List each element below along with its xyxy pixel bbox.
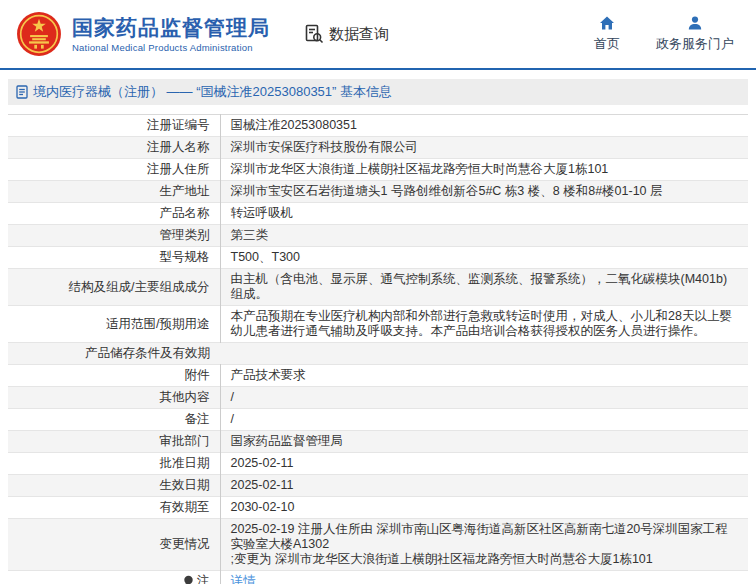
row-label: 有效期至 xyxy=(8,497,220,519)
row-label: 生效日期 xyxy=(8,475,220,497)
row-value: 详情 xyxy=(220,571,748,584)
row-label: 附件 xyxy=(8,365,220,387)
row-value: / xyxy=(220,409,748,431)
nav-portal[interactable]: 政务服务门户 xyxy=(656,15,734,53)
table-row: 有效期至 2030-02-10 xyxy=(8,497,748,519)
nav-data-query[interactable]: 数据查询 xyxy=(304,24,389,44)
data-query-icon xyxy=(304,24,324,44)
row-value: 2025-02-11 xyxy=(220,475,748,497)
row-label: 注 xyxy=(8,571,220,584)
national-emblem-icon xyxy=(16,11,62,57)
table-row: 适用范围/预期用途 本产品预期在专业医疗机构内部和外部进行急救或转运时使用，对成… xyxy=(8,306,748,343)
row-label: 注册证编号 xyxy=(8,115,220,137)
header-nav: 首页 政务服务门户 xyxy=(594,15,742,53)
row-label: 审批部门 xyxy=(8,431,220,453)
table-row: 结构及组成/主要组成成分 由主机（含电池、显示屏、通气控制系统、监测系统、报警系… xyxy=(8,269,748,306)
row-label: 批准日期 xyxy=(8,453,220,475)
row-label: 产品储存条件及有效期 xyxy=(8,343,220,365)
breadcrumb-label: 境内医疗器械（注册） —— “国械注准20253080351” 基本信息 xyxy=(33,83,392,101)
row-value: 转运呼吸机 xyxy=(220,203,748,225)
nav-home[interactable]: 首页 xyxy=(594,15,620,53)
main-content: 境内医疗器械（注册） —— “国械注准20253080351” 基本信息 注册证… xyxy=(8,79,748,584)
row-value: 2030-02-10 xyxy=(220,497,748,519)
site-subtitle: National Medical Products Administration xyxy=(72,42,270,53)
table-row: 管理类别 第三类 xyxy=(8,225,748,247)
row-value: 深圳市龙华区大浪街道上横朗社区福龙路旁恒大时尚慧谷大厦1栋101 xyxy=(220,159,748,181)
table-row: 变更情况 2025-02-19 注册人住所由 深圳市南山区粤海街道高新区社区高新… xyxy=(8,519,748,571)
row-label: 其他内容 xyxy=(8,387,220,409)
table-row: 注册人名称 深圳市安保医疗科技股份有限公司 xyxy=(8,137,748,159)
logo-text: 国家药品监督管理局 National Medical Products Admi… xyxy=(72,16,270,53)
table-row: 附件 产品技术要求 xyxy=(8,365,748,387)
row-label: 注册人名称 xyxy=(8,137,220,159)
row-label: 注册人住所 xyxy=(8,159,220,181)
row-label: 生产地址 xyxy=(8,181,220,203)
row-label: 型号规格 xyxy=(8,247,220,269)
detail-table-body: 注册证编号 国械注准20253080351 注册人名称 深圳市安保医疗科技股份有… xyxy=(8,115,748,584)
breadcrumb: 境内医疗器械（注册） —— “国械注准20253080351” 基本信息 xyxy=(8,79,748,105)
row-label: 结构及组成/主要组成成分 xyxy=(8,269,220,306)
row-value: 深圳市宝安区石岩街道塘头1 号路创维创新谷5#C 栋3 楼、8 楼和8#楼01-… xyxy=(220,181,748,203)
home-icon xyxy=(599,15,615,31)
row-value: 2025-02-19 注册人住所由 深圳市南山区粤海街道高新区社区高新南七道20… xyxy=(220,519,748,571)
device-detail-table: 注册证编号 国械注准20253080351 注册人名称 深圳市安保医疗科技股份有… xyxy=(8,114,748,584)
table-row: 其他内容 / xyxy=(8,387,748,409)
table-row: 备注 / xyxy=(8,409,748,431)
table-row: 审批部门 国家药品监督管理局 xyxy=(8,431,748,453)
table-row: 批准日期 2025-02-11 xyxy=(8,453,748,475)
row-label: 备注 xyxy=(8,409,220,431)
row-value: 产品技术要求 xyxy=(220,365,748,387)
site-title: 国家药品监督管理局 xyxy=(72,16,270,40)
header: 国家药品监督管理局 National Medical Products Admi… xyxy=(0,0,756,68)
table-row: 型号规格 T500、T300 xyxy=(8,247,748,269)
nav-portal-label: 政务服务门户 xyxy=(656,35,734,53)
row-value: 国家药品监督管理局 xyxy=(220,431,748,453)
header-divider xyxy=(0,68,756,70)
table-row: 产品储存条件及有效期 xyxy=(8,343,748,365)
data-query-label: 数据查询 xyxy=(329,25,389,44)
row-value: 由主机（含电池、显示屏、通气控制系统、监测系统、报警系统），二氧化碳模块(M40… xyxy=(220,269,748,306)
table-row: 注册证编号 国械注准20253080351 xyxy=(8,115,748,137)
table-row: 产品名称 转运呼吸机 xyxy=(8,203,748,225)
site-logo[interactable]: 国家药品监督管理局 National Medical Products Admi… xyxy=(16,11,270,57)
row-value: / xyxy=(220,387,748,409)
row-label: 适用范围/预期用途 xyxy=(8,306,220,343)
row-label: 变更情况 xyxy=(8,519,220,571)
row-value: 2025-02-11 xyxy=(220,453,748,475)
detail-link[interactable]: 详情 xyxy=(231,574,256,584)
table-row: 注册人住所 深圳市龙华区大浪街道上横朗社区福龙路旁恒大时尚慧谷大厦1栋101 xyxy=(8,159,748,181)
table-row: 生产地址 深圳市宝安区石岩街道塘头1 号路创维创新谷5#C 栋3 楼、8 楼和8… xyxy=(8,181,748,203)
row-value: 国械注准20253080351 xyxy=(220,115,748,137)
table-row: 生效日期 2025-02-11 xyxy=(8,475,748,497)
row-label: 产品名称 xyxy=(8,203,220,225)
nav-home-label: 首页 xyxy=(594,35,620,53)
note-balloon-icon xyxy=(183,575,194,584)
row-value: 本产品预期在专业医疗机构内部和外部进行急救或转运时使用，对成人、小儿和28天以上… xyxy=(220,306,748,343)
row-label: 管理类别 xyxy=(8,225,220,247)
row-value xyxy=(220,343,748,365)
user-icon xyxy=(687,15,703,31)
row-value: 第三类 xyxy=(220,225,748,247)
document-icon xyxy=(16,85,28,99)
row-value: T500、T300 xyxy=(220,247,748,269)
table-row: 注 详情 xyxy=(8,571,748,584)
row-value: 深圳市安保医疗科技股份有限公司 xyxy=(220,137,748,159)
